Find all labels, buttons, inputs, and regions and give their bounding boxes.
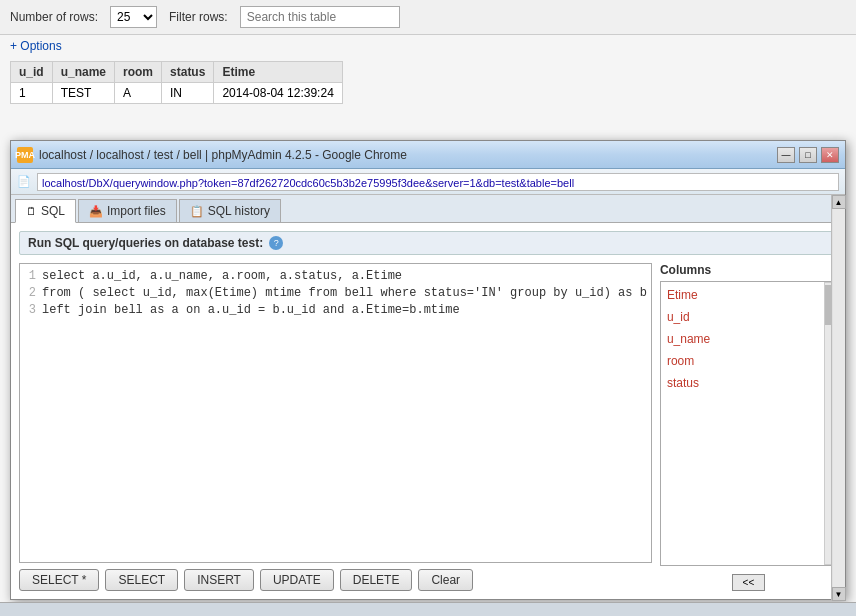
col-room: room [115,62,162,83]
tab-sql-label: SQL [41,204,65,218]
tab-sql[interactable]: 🗒 SQL [15,199,76,223]
query-header-text: Run SQL query/queries on database test: [28,236,263,250]
bottom-scrollbar[interactable] [0,602,856,616]
update-button[interactable]: UPDATE [260,569,334,591]
sql-code: select a.u_id, a.u_name, a.room, a.statu… [42,268,647,558]
col-etime: Etime [214,62,342,83]
scroll-down-arrow[interactable]: ▼ [832,587,846,601]
inner-tabs: 🗒 SQL 📥 Import files 📋 SQL history [11,195,845,223]
tab-history-label: SQL history [208,204,270,218]
cell-uname: TEST [52,83,114,104]
cell-room: A [115,83,162,104]
column-item-uname[interactable]: u_name [663,328,822,350]
window-controls: — □ ✕ [777,147,839,163]
page-icon: 📄 [17,175,31,188]
line-numbers: 123 [24,268,42,558]
scroll-track [833,209,845,587]
cell-uid: 1 [11,83,53,104]
pma-icon: PMA [17,147,33,163]
cell-etime: 2014-08-04 12:39:24 [214,83,342,104]
columns-label: Columns [660,263,837,277]
columns-inner: Etime u_id u_name room status [661,282,824,565]
window-scrollbar[interactable]: ▲ ▼ [831,195,845,601]
addressbar: 📄 localhost/DbX/querywindow.php?token=87… [11,169,845,195]
sql-tab-icon: 🗒 [26,205,37,217]
column-item-uid[interactable]: u_id [663,306,822,328]
columns-panel: Columns Etime u_id u_name room status [660,263,837,591]
select-star-button[interactable]: SELECT * [19,569,99,591]
table-header-row: u_id u_name room status Etime [11,62,343,83]
column-item-etime[interactable]: Etime [663,284,822,306]
rows-label: Number of rows: [10,10,98,24]
maximize-button[interactable]: □ [799,147,817,163]
sql-code-display[interactable]: 123 select a.u_id, a.u_name, a.room, a.s… [19,263,652,563]
rows-select[interactable]: 25 50 100 [110,6,157,28]
titlebar-left: PMA localhost / localhost / test / bell … [17,147,407,163]
options-link[interactable]: + Options [0,35,72,57]
column-item-status[interactable]: status [663,372,822,394]
insert-button[interactable]: INSERT [184,569,254,591]
col-uid: u_id [11,62,53,83]
query-editor-area: 123 select a.u_id, a.u_name, a.room, a.s… [19,263,652,591]
filter-input[interactable] [240,6,400,28]
query-buttons: SELECT * SELECT INSERT UPDATE DELETE Cle… [19,569,652,591]
minimize-button[interactable]: — [777,147,795,163]
window-content: 🗒 SQL 📥 Import files 📋 SQL history Run S… [11,195,845,599]
tab-import-label: Import files [107,204,166,218]
column-item-room[interactable]: room [663,350,822,372]
columns-list-wrapper: Etime u_id u_name room status [660,281,837,566]
tab-history[interactable]: 📋 SQL history [179,199,281,222]
table-row: 1 TEST A IN 2014-08-04 12:39:24 [11,83,343,104]
toolbar: Number of rows: 25 50 100 Filter rows: [0,0,856,35]
clear-button[interactable]: Clear [418,569,473,591]
cell-status: IN [162,83,214,104]
address-text[interactable]: localhost/DbX/querywindow.php?token=87df… [37,173,839,191]
scroll-up-arrow[interactable]: ▲ [832,195,846,209]
data-table: u_id u_name room status Etime 1 TEST A I… [10,61,343,104]
col-uname: u_name [52,62,114,83]
window-title: localhost / localhost / test / bell | ph… [39,148,407,162]
titlebar[interactable]: PMA localhost / localhost / test / bell … [11,141,845,169]
close-button[interactable]: ✕ [821,147,839,163]
scroll-back-button[interactable]: << [732,574,766,591]
chrome-window: PMA localhost / localhost / test / bell … [10,140,846,600]
import-tab-icon: 📥 [89,205,103,218]
tab-import[interactable]: 📥 Import files [78,199,177,222]
help-icon[interactable]: ? [269,236,283,250]
col-status: status [162,62,214,83]
history-tab-icon: 📋 [190,205,204,218]
query-section: Run SQL query/queries on database test: … [11,223,845,599]
query-header: Run SQL query/queries on database test: … [19,231,837,255]
col-scroll-bottom: << [660,574,837,591]
select-button[interactable]: SELECT [105,569,178,591]
filter-label: Filter rows: [169,10,228,24]
delete-button[interactable]: DELETE [340,569,413,591]
query-main: 123 select a.u_id, a.u_name, a.room, a.s… [19,263,837,591]
